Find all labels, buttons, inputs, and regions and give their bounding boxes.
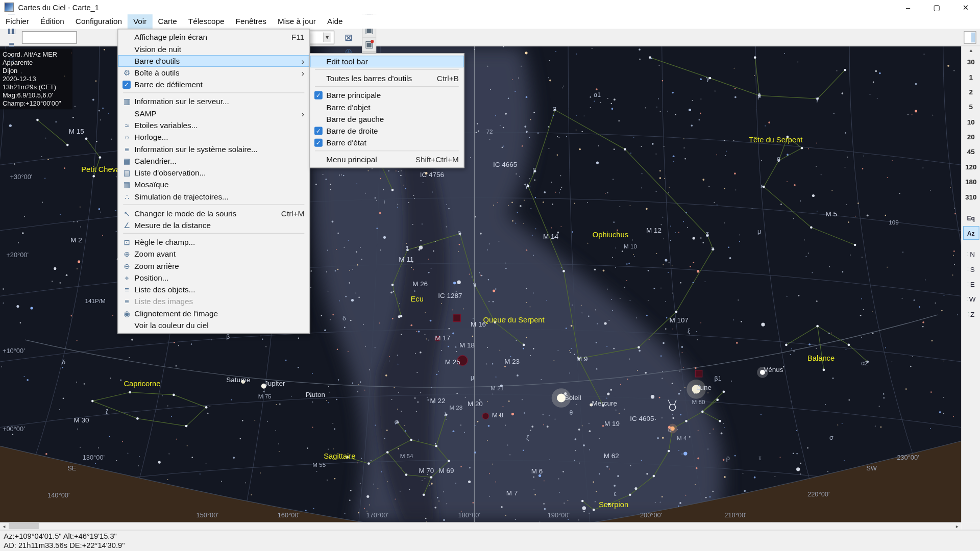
voir-menu-item-horloge[interactable]: ○Horloge... [118, 131, 309, 143]
star-letter-label: α [668, 427, 672, 433]
fov-button-1[interactable]: 1 [962, 69, 979, 84]
grid-label: +00°00' [3, 425, 25, 433]
direction-button-z[interactable]: Z [963, 307, 979, 321]
constellation-label: Scorpion [599, 500, 628, 509]
toolbars-submenu-item-barre-d-tat[interactable]: ✓Barre d'état [310, 137, 463, 148]
menu-shortcut: Ctrl+M [281, 209, 304, 218]
menu-fichier[interactable]: Fichier [0, 14, 35, 29]
toolbars-submenu-item-barre-d-objet[interactable]: Barre d'objet [310, 101, 463, 113]
voir-menu-item-affichage-plein-cran[interactable]: Affichage plein écranF11 [118, 31, 309, 43]
menu-voir[interactable]: Voir [128, 14, 152, 29]
voir-menu-item-clignotement-de-l-image[interactable]: ◉Clignotement de l'image [118, 307, 309, 319]
voir-menu-item-calendrier[interactable]: ▦Calendrier... [118, 155, 309, 167]
grid-label: SW [866, 464, 877, 472]
grid-label: 160°00' [278, 511, 300, 519]
voir-menu-item-mosa-que[interactable]: ▦Mosaïque [118, 179, 309, 190]
side-panel-toggle-icon[interactable] [964, 31, 976, 43]
toolbars-submenu-item-barre-principale[interactable]: ✓Barre principale [310, 89, 463, 101]
fov-button-20[interactable]: 20 [962, 129, 979, 144]
constellation-label: Balance [807, 354, 835, 362]
voir-menu-item-liste-d-observation[interactable]: ▤Liste d'observation... [118, 167, 309, 179]
minimize-button[interactable]: – [894, 0, 922, 14]
star-letter-label: ε [614, 490, 616, 497]
menu-dition[interactable]: Édition [35, 14, 70, 29]
planet-label: Jupiter [264, 379, 285, 387]
coord-mode-az[interactable]: Az [963, 226, 979, 240]
coord-mode-eq[interactable]: Eq [963, 211, 979, 225]
voir-menu-item-vision-de-nuit[interactable]: Vision de nuit [118, 43, 309, 55]
menu-shortcut: Shift+Ctrl+M [415, 155, 459, 164]
voir-menu-item-changer-le-mode-de-la-souris[interactable]: ↖Changer le mode de la sourisCtrl+M [118, 208, 309, 219]
voir-menu-item-zoom-arri-re[interactable]: ⊖Zoom arrière [118, 260, 309, 271]
voir-menu-item-liste-des-images[interactable]: ≡Liste des images [118, 295, 309, 307]
scroll-up-icon[interactable]: ▲ [962, 46, 979, 55]
menu-t-lescope[interactable]: Télescope [183, 14, 230, 29]
voir-menu-item-barre-de-d-filement[interactable]: ✓Barre de défilement [118, 79, 309, 90]
fov-button-2[interactable]: 2 [962, 84, 979, 99]
constellation-label: Ophiuchus [593, 231, 628, 239]
fov-button-120[interactable]: 120 [962, 159, 979, 174]
voir-menu-item-simulation-de-trajectoires[interactable]: ∴Simulation de trajectoires... [118, 190, 309, 202]
menu-item-label: Edit tool bar [326, 57, 368, 66]
menu-mise-jour[interactable]: Mise à jour [272, 14, 322, 29]
checkbox-checked-icon: ✓ [314, 139, 323, 147]
boxed-cross-icon[interactable]: ⊠ [341, 30, 356, 44]
toolbars-submenu-item-barre-de-gauche[interactable]: Barre de gauche [310, 113, 463, 125]
list-icon: ≡ [120, 285, 133, 294]
menu-item-label: Voir la couleur du ciel [134, 321, 209, 330]
menu-configuration[interactable]: Configuration [70, 14, 128, 29]
toolbars-submenu-item-barre-de-droite[interactable]: ✓Barre de droite [310, 125, 463, 137]
info-line: Mag:6.9/10.5,6.0' [3, 91, 70, 99]
voir-menu-item-liste-des-objets[interactable]: ≡Liste des objets... [118, 284, 309, 295]
voir-menu-item-mesure-de-la-distance[interactable]: ∠Mesure de la distance [118, 219, 309, 231]
horizontal-scrollbar[interactable]: ◂ ▸ [0, 522, 961, 530]
toolbars-submenu-item-toutes-les-barres-d-outils[interactable]: Toutes les barres d'outilsCtrl+B [310, 72, 463, 84]
fov-button-180[interactable]: 180 [962, 174, 979, 189]
voir-menu-item-etoiles-variables[interactable]: ≈Etoiles variables... [118, 119, 309, 131]
object-label: M 6 [531, 467, 543, 475]
scroll-right-icon[interactable]: ▸ [953, 522, 961, 530]
menu-aide[interactable]: Aide [322, 14, 349, 29]
voir-menu-item-voir-la-couleur-du-ciel[interactable]: Voir la couleur du ciel [118, 319, 309, 331]
search-icon[interactable]: ◌ [5, 52, 19, 66]
camera-icon[interactable]: ▣ [362, 37, 376, 52]
search-input[interactable] [22, 31, 77, 43]
voir-menu-item-barre-d-outils[interactable]: Barre d'outils› [118, 55, 309, 67]
object-label: M 75 [258, 393, 272, 399]
fov-button-10[interactable]: 10 [962, 114, 979, 129]
submenu-arrow-icon: › [302, 68, 305, 78]
list-icon[interactable]: ≡ [5, 37, 19, 52]
fov-button-45[interactable]: 45 [962, 144, 979, 159]
menu-fen-tres[interactable]: Fenêtres [230, 14, 272, 29]
voir-menu-item-samp[interactable]: SAMP› [118, 108, 309, 119]
scroll-left-icon[interactable]: ◂ [0, 522, 8, 530]
direction-button-s[interactable]: S [963, 262, 979, 276]
close-button[interactable]: ✕ [951, 0, 980, 14]
scrollbar-thumb[interactable] [9, 523, 39, 529]
toolbars-submenu-item-edit-tool-bar[interactable]: Edit tool bar [310, 56, 463, 67]
zoomin-icon: ⊕ [120, 249, 133, 258]
direction-button-n[interactable]: N [963, 247, 979, 261]
voir-menu-item-r-gle-le-champ[interactable]: ⊡Règle le champ... [118, 236, 309, 248]
star-letter-label: α1 [594, 91, 601, 98]
voir-menu-item-information-sur-le-serveur[interactable]: ▥Information sur le serveur... [118, 95, 309, 107]
toolbars-submenu-item-menu-principal[interactable]: Menu principalShift+Ctrl+M [310, 154, 463, 165]
star-letter-label: ν [473, 281, 476, 288]
voir-menu-item-zoom-avant[interactable]: ⊕Zoom avant [118, 248, 309, 260]
constellation-label: Sagittaire [324, 452, 355, 460]
voir-menu-item-position[interactable]: ⌖Position... [118, 272, 309, 284]
constellation-label: Petit Cheval [81, 165, 121, 173]
direction-button-e[interactable]: E [963, 278, 979, 291]
voir-menu-item-information-sur-le-syst-me-solaire[interactable]: ≡Information sur le système solaire... [118, 143, 309, 155]
fov-button-5[interactable]: 5 [962, 99, 979, 114]
object-label: M 25 [445, 358, 460, 366]
maximize-button[interactable]: ▢ [922, 0, 951, 14]
menu-carte[interactable]: Carte [152, 14, 182, 29]
star-letter-label: ζ [526, 434, 529, 441]
fov-button-310[interactable]: 310 [962, 189, 979, 204]
direction-button-w[interactable]: W [963, 292, 979, 306]
frame-icon: ⊡ [120, 238, 133, 246]
object-label: IC 4665 [493, 161, 517, 168]
voir-menu-item-bo-te-outils[interactable]: ⚙Boîte à outils› [118, 67, 309, 79]
fov-button-30[interactable]: 30 [962, 55, 979, 69]
